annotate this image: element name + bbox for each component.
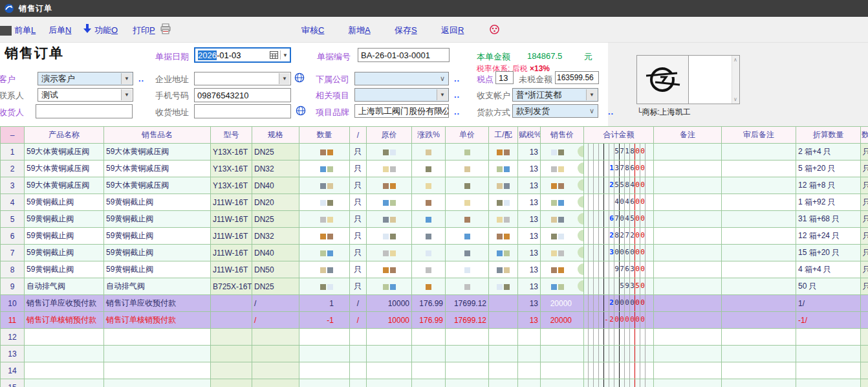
- cell-quantity[interactable]: [299, 228, 350, 245]
- cell-sale-name[interactable]: 59黄铜截止阀: [104, 245, 211, 261]
- cell-original-price[interactable]: [367, 379, 412, 387]
- chevron-down-icon[interactable]: ∨: [440, 105, 445, 117]
- cell-converted-qty[interactable]: 12 箱+24 只: [796, 228, 861, 245]
- cell-original-price[interactable]: [367, 194, 412, 211]
- cell-work-config[interactable]: [489, 177, 518, 194]
- cell-unit-price[interactable]: 17699.12: [446, 295, 489, 312]
- cell-original-price[interactable]: [367, 329, 412, 346]
- cell-original-price[interactable]: 10000: [367, 312, 412, 329]
- cell-model[interactable]: Y13X-16T: [211, 160, 252, 177]
- column-header-14[interactable]: 备注: [654, 127, 722, 144]
- subsidiary-more[interactable]: ..: [454, 74, 460, 83]
- cell-total-amount[interactable]: [584, 362, 654, 379]
- cell-sell-price[interactable]: [541, 346, 584, 362]
- cell-converted-qty[interactable]: [796, 362, 861, 379]
- cell-tax-pct[interactable]: 13: [518, 160, 541, 177]
- customer-more[interactable]: ..: [138, 74, 144, 83]
- cell-total-amount[interactable]: [584, 329, 654, 346]
- cell-product-name[interactable]: 59大体黄铜减压阀: [25, 177, 104, 194]
- cell-work-config[interactable]: [489, 228, 518, 245]
- cell-total-amount[interactable]: [584, 379, 654, 387]
- cell-clipped-qty[interactable]: 只: [861, 211, 868, 228]
- row-number[interactable]: 13: [1, 346, 25, 362]
- cell-model[interactable]: B725X-16T: [211, 278, 252, 295]
- cell-audit-note[interactable]: [722, 245, 796, 261]
- cell-work-config[interactable]: [489, 211, 518, 228]
- cell-audit-note[interactable]: [722, 177, 796, 194]
- cell-quantity[interactable]: 1: [299, 295, 350, 312]
- cell-unit[interactable]: [350, 346, 367, 362]
- cell-change-pct[interactable]: [412, 362, 446, 379]
- cell-unit-price[interactable]: [446, 177, 489, 194]
- payment-more[interactable]: ..: [608, 107, 614, 116]
- toolbar-button-R[interactable]: 返回R: [441, 25, 464, 36]
- cell-note[interactable]: [654, 312, 722, 329]
- cell-sale-name[interactable]: 59大体黄铜减压阀: [104, 177, 211, 194]
- cell-tax-pct[interactable]: 13: [518, 211, 541, 228]
- cell-model[interactable]: Y13X-16T: [211, 144, 252, 160]
- cell-model[interactable]: J11W-16T: [211, 245, 252, 261]
- cell-tax-pct[interactable]: 13: [518, 228, 541, 245]
- calendar-icon[interactable]: [270, 51, 278, 59]
- brand-select[interactable]: 上海凯工阀门股份有限公∨: [354, 104, 449, 118]
- cell-change-pct[interactable]: [412, 245, 446, 261]
- row-number[interactable]: 2: [1, 160, 25, 177]
- row-number[interactable]: 9: [1, 278, 25, 295]
- cell-total-amount[interactable]: 3006000: [584, 245, 654, 261]
- corp-addr-select[interactable]: ▼: [194, 72, 291, 85]
- cell-model[interactable]: J11W-16T: [211, 211, 252, 228]
- cell-model[interactable]: [211, 346, 252, 362]
- cell-clipped-qty[interactable]: 只: [861, 228, 868, 245]
- cell-sell-price[interactable]: [541, 228, 584, 245]
- ship-addr-input[interactable]: [194, 104, 291, 118]
- cell-original-price[interactable]: [367, 346, 412, 362]
- brand-more[interactable]: ..: [454, 107, 460, 116]
- cell-spec[interactable]: DN50: [252, 261, 299, 278]
- cell-product-name[interactable]: [25, 379, 104, 387]
- cell-sale-name[interactable]: 销售订单应收预付款: [104, 295, 211, 312]
- column-header-7[interactable]: 原价: [367, 127, 412, 144]
- column-header-0[interactable]: –: [1, 127, 25, 144]
- account-select[interactable]: 普*浙江英都▼: [512, 88, 598, 102]
- column-header-17[interactable]: 数量: [861, 127, 868, 144]
- cell-tax-pct[interactable]: 13: [518, 261, 541, 278]
- cell-sale-name[interactable]: 59黄铜截止阀: [104, 194, 211, 211]
- cell-product-name[interactable]: 59大体黄铜减压阀: [25, 160, 104, 177]
- cell-note[interactable]: [654, 278, 722, 295]
- cell-spec[interactable]: DN32: [252, 160, 299, 177]
- cell-converted-qty[interactable]: [796, 329, 861, 346]
- cell-clipped-qty[interactable]: [861, 312, 868, 329]
- cell-note[interactable]: [654, 261, 722, 278]
- cell-unit-price[interactable]: [446, 194, 489, 211]
- cell-product-name[interactable]: 59大体黄铜减压阀: [25, 144, 104, 160]
- cell-work-config[interactable]: [489, 295, 518, 312]
- column-header-4[interactable]: 规格: [252, 127, 299, 144]
- cell-product-name[interactable]: [25, 346, 104, 362]
- cell-clipped-qty[interactable]: 只: [861, 177, 868, 194]
- cell-audit-note[interactable]: [722, 329, 796, 346]
- cell-total-amount[interactable]: 2827200: [584, 228, 654, 245]
- cell-change-pct[interactable]: 176.99: [412, 312, 446, 329]
- cell-audit-note[interactable]: [722, 261, 796, 278]
- cell-note[interactable]: [654, 329, 722, 346]
- cell-change-pct[interactable]: [412, 228, 446, 245]
- cell-tax-pct[interactable]: [518, 346, 541, 362]
- cell-converted-qty[interactable]: 31 箱+68 只: [796, 211, 861, 228]
- cell-note[interactable]: [654, 211, 722, 228]
- cell-tax-pct[interactable]: [518, 362, 541, 379]
- cell-sale-name[interactable]: [104, 329, 211, 346]
- cell-change-pct[interactable]: [412, 329, 446, 346]
- cell-sale-name[interactable]: 59黄铜截止阀: [104, 228, 211, 245]
- cell-model[interactable]: J11W-16T: [211, 194, 252, 211]
- cell-quantity[interactable]: [299, 362, 350, 379]
- cell-converted-qty[interactable]: 5 箱+20 只: [796, 160, 861, 177]
- cell-work-config[interactable]: [489, 160, 518, 177]
- cell-product-name[interactable]: 自动排气阀: [25, 278, 104, 295]
- cell-unit[interactable]: 只: [350, 228, 367, 245]
- cell-unit[interactable]: 只: [350, 177, 367, 194]
- cell-sell-price[interactable]: [541, 261, 584, 278]
- cell-unit-price[interactable]: [446, 228, 489, 245]
- cell-clipped-qty[interactable]: [861, 346, 868, 362]
- row-number[interactable]: 7: [1, 245, 25, 261]
- toolbar-button-S[interactable]: 保存S: [395, 25, 417, 36]
